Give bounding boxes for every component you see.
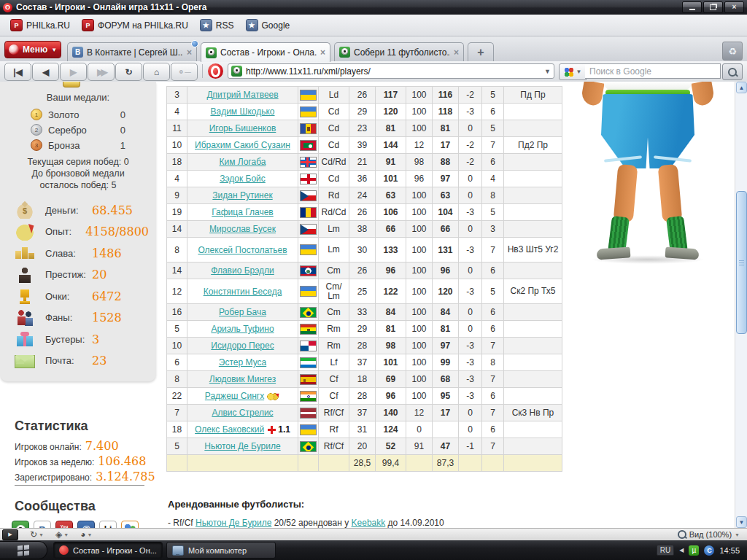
player-link[interactable]: Ким Логаба (220, 157, 266, 167)
unite-button[interactable]: ◈▼ (55, 529, 69, 540)
start-button[interactable] (0, 541, 47, 559)
player-link[interactable]: Зэдок Бойс (220, 174, 266, 184)
reload-button[interactable]: ↻ (115, 63, 142, 81)
cell-delta: -3 (459, 354, 482, 371)
tray-app-icon[interactable]: C (704, 545, 714, 556)
player-link[interactable]: Алвис Стрелис (212, 408, 273, 418)
tab-close-icon[interactable]: × (187, 47, 192, 58)
mailru-community-icon[interactable]: @ (77, 521, 95, 528)
address-dropdown-icon[interactable]: ▼ (544, 68, 551, 75)
search-go-button[interactable] (722, 63, 743, 80)
stat-value[interactable]: 23 (92, 354, 107, 368)
player-link[interactable]: Раджеш Сингх (205, 391, 264, 401)
money-icon (15, 201, 35, 219)
zoom-control[interactable]: Вид (100%) ▼ (678, 530, 747, 539)
page-scrollbar[interactable]: ▲ ▼ (735, 82, 747, 528)
restore-button[interactable] (703, 1, 723, 13)
cell-bonus (504, 371, 562, 388)
tab-1[interactable]: BВ Контакте | Сергей Ш...× (67, 42, 197, 61)
cell-bonus (504, 438, 562, 455)
player-row: 7Алвис СтрелисRf/Cf37140121707Ск3 Нв Пр (167, 405, 562, 421)
tab-close-icon[interactable]: × (320, 47, 325, 58)
sync-button[interactable]: ↻▼ (30, 529, 44, 540)
player-link[interactable]: Дпитрий Матвеев (206, 90, 278, 100)
player-link[interactable]: Констянтин Беседа (204, 287, 282, 297)
taskbar-button[interactable]: Мой компьютер (166, 542, 276, 559)
bookmark-item[interactable]: ★Google (240, 17, 296, 34)
utorrent-tray-icon[interactable]: µ (689, 545, 699, 556)
scrollbar-thumb[interactable] (736, 191, 747, 334)
player-link[interactable]: Зидан Рутинек (212, 190, 272, 201)
cell-flag (298, 221, 319, 238)
statistics-line: Игроков онлайн:7.400 (15, 439, 119, 454)
stat-value[interactable]: 6472 (92, 289, 122, 303)
player-link[interactable]: Ариэль Туфино (211, 324, 274, 334)
player-row: 22Раджеш СингхCf289610095-36 (167, 388, 562, 405)
url-text[interactable]: http://www.11x11.ru/xml/players/ (246, 66, 541, 77)
language-indicator[interactable]: RU (657, 545, 674, 556)
rewind-button[interactable]: |◀ (4, 63, 31, 81)
close-button[interactable]: × (724, 1, 744, 13)
cell-position: Rd (319, 187, 349, 204)
scroll-down-arrow-icon[interactable]: ▼ (736, 516, 747, 528)
opera-button[interactable] (208, 63, 223, 79)
player-link[interactable]: Робер Бача (219, 307, 266, 317)
search-engine-button[interactable]: ▼ (559, 63, 587, 80)
player-link[interactable]: Игорь Бишенков (209, 123, 276, 133)
player-link[interactable]: Мирослав Бусек (209, 224, 276, 234)
player-link[interactable]: Олексей Постолатьев (198, 245, 287, 255)
address-bar[interactable]: http://www.11x11.ru/xml/players/ ▼ (228, 63, 554, 79)
stat-value[interactable]: 3 (92, 332, 99, 346)
player-link[interactable]: Флавио Брэдли (211, 265, 274, 276)
scroll-up-arrow-icon[interactable]: ▲ (736, 82, 747, 93)
bookmark-item[interactable]: PФОРУМ на PHILka.RU (76, 17, 194, 34)
youtube-community-icon[interactable]: You Tube (55, 521, 73, 528)
minimize-button[interactable] (682, 1, 702, 13)
home-button[interactable]: ⌂ (143, 63, 170, 81)
player-link[interactable]: Эстер Муса (219, 357, 266, 368)
tab-close-icon[interactable]: × (454, 47, 459, 58)
stat-value[interactable]: 20 (92, 268, 107, 281)
player-link[interactable]: Людовик Мингез (209, 374, 276, 384)
loaned-player-link[interactable]: Ньютон Де Буриле (196, 518, 271, 528)
menu-button[interactable]: Меню ▼ (4, 41, 61, 58)
player-link[interactable]: Ибрахим Сакиб Сузаин (195, 140, 290, 150)
password-key-button[interactable]: ⚬─ (171, 63, 198, 81)
stat-value[interactable]: 4158/8800 (85, 225, 149, 238)
loaned-owner-link[interactable]: Keebakk (352, 518, 386, 528)
li-community-icon[interactable]: Li (99, 521, 117, 528)
tab-2[interactable]: Состав - Игроки - Онла...× (201, 42, 330, 62)
player-link[interactable]: Олекс Баковский (195, 424, 264, 435)
panels-toggle-button[interactable]: ▶ (2, 529, 18, 540)
closed-tabs-trash-button[interactable]: ♻ (722, 42, 743, 61)
cell-skill: 66 (376, 221, 406, 238)
cell-number: 4 (167, 104, 187, 120)
stat-value[interactable]: 1528 (92, 311, 122, 324)
bookmark-item[interactable]: PPHILka.RU (4, 17, 76, 34)
player-link[interactable]: Ньютон Де Буриле (204, 441, 280, 451)
cell-delta: -2 (459, 87, 482, 104)
bookmark-item[interactable]: ★RSS (194, 17, 240, 34)
football-community-icon[interactable] (12, 521, 29, 528)
back-button[interactable]: ◀ (32, 63, 59, 81)
stat-value[interactable]: 68.455 (92, 203, 133, 217)
player-link[interactable]: Исидоро Перес (211, 341, 274, 351)
player-link[interactable]: Гафица Глачев (212, 207, 274, 217)
player-link[interactable]: Вадим Шкодько (210, 106, 274, 117)
cell-name: Эстер Муса (187, 354, 298, 371)
forward-button[interactable]: ▶ (60, 63, 87, 81)
vk-community-icon[interactable]: B (34, 521, 51, 528)
ya-community-icon[interactable] (121, 521, 139, 528)
tab-3[interactable]: Собери 11 футболисто...× (334, 42, 464, 61)
new-tab-button[interactable]: + (468, 42, 494, 62)
search-input[interactable]: Поиск в Google (585, 63, 721, 79)
stat-value[interactable]: 1486 (92, 246, 122, 260)
mascot-arm (691, 82, 715, 106)
summary-skill: 99,4 (376, 455, 406, 472)
tray-collapse-arrow-icon[interactable]: ◀ (679, 547, 684, 553)
fast-forward-button[interactable]: ▶▶ (88, 63, 115, 81)
silver-medal-icon: 2 (31, 124, 42, 136)
flag-ua-icon (300, 106, 317, 117)
taskbar-button[interactable]: Состав - Игроки - Он... (53, 542, 163, 559)
turbo-button[interactable]: ◕▼ (80, 529, 92, 540)
